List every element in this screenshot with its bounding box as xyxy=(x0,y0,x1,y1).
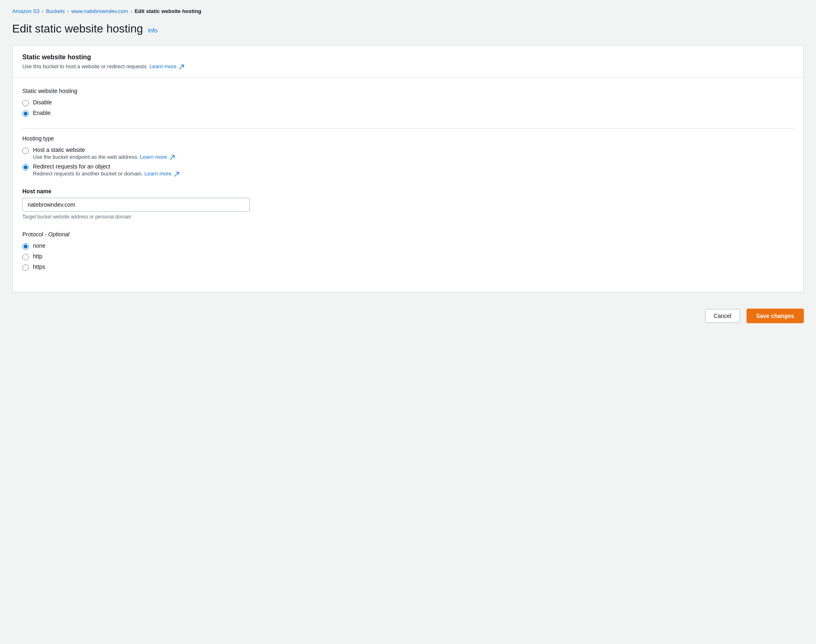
protocol-radio-group: none http https xyxy=(22,242,794,271)
host-static-learn-more[interactable]: Learn more xyxy=(140,154,167,160)
radio-item-https[interactable]: https xyxy=(22,264,794,271)
divider-1 xyxy=(22,128,794,129)
static-hosting-label: Static website hosting xyxy=(22,88,794,94)
radio-disable-label: Disable xyxy=(33,99,52,106)
radio-https[interactable] xyxy=(22,264,29,271)
radio-host-static[interactable] xyxy=(22,147,29,154)
card-header-learn-more[interactable]: Learn more xyxy=(149,63,176,69)
host-static-sublabel: Use the bucket endpoint as the web addre… xyxy=(33,154,175,160)
breadcrumb-bucket-name[interactable]: www.natebrowndev.com xyxy=(71,8,128,14)
card-header-desc: Use this bucket to host a website or red… xyxy=(22,63,794,69)
radio-enable-label: Enable xyxy=(33,110,51,116)
main-card: Static website hosting Use this bucket t… xyxy=(12,45,804,292)
external-link-icon-3 xyxy=(174,172,179,177)
hosting-type-label: Hosting type xyxy=(22,135,794,142)
breadcrumb: Amazon S3 › Buckets › www.natebrowndev.c… xyxy=(12,8,804,14)
redirect-label-wrapper: Redirect requests for an object Redirect… xyxy=(33,163,179,177)
static-hosting-section: Static website hosting Disable Enable xyxy=(22,88,794,117)
breadcrumb-amazon-s3[interactable]: Amazon S3 xyxy=(12,8,39,14)
card-header-title: Static website hosting xyxy=(22,54,794,61)
radio-item-enable[interactable]: Enable xyxy=(22,110,794,117)
hosting-type-section: Hosting type Host a static website Use t… xyxy=(22,135,794,177)
radio-none[interactable] xyxy=(22,243,29,250)
host-static-label: Host a static website xyxy=(33,147,175,153)
static-hosting-radio-group: Disable Enable xyxy=(22,99,794,117)
redirect-sublabel: Redirect requests to another bucket or d… xyxy=(33,171,179,177)
hosting-type-radio-group: Host a static website Use the bucket end… xyxy=(22,147,794,177)
radio-item-disable[interactable]: Disable xyxy=(22,99,794,106)
breadcrumb-current: Edit static website hosting xyxy=(134,8,201,14)
radio-disable[interactable] xyxy=(22,100,29,106)
radio-https-label: https xyxy=(33,264,45,270)
radio-item-host-static[interactable]: Host a static website Use the bucket end… xyxy=(22,147,794,160)
breadcrumb-separator-3: › xyxy=(130,9,132,14)
host-name-hint: Target bucket website address or persona… xyxy=(22,214,794,220)
footer: Cancel Save changes xyxy=(12,300,804,331)
redirect-learn-more[interactable]: Learn more xyxy=(145,171,171,177)
breadcrumb-buckets[interactable]: Buckets xyxy=(46,8,65,14)
radio-http[interactable] xyxy=(22,254,29,260)
protocol-section: Protocol - Optional none http https xyxy=(22,231,794,271)
save-changes-button[interactable]: Save changes xyxy=(747,309,804,323)
page-title-row: Edit static website hosting Info xyxy=(12,22,804,35)
radio-http-label: http xyxy=(33,253,42,259)
radio-none-label: none xyxy=(33,242,45,249)
radio-redirect[interactable] xyxy=(22,164,29,171)
host-name-section: Host name Target bucket website address … xyxy=(22,188,794,220)
external-link-icon-2 xyxy=(170,155,175,160)
host-static-label-wrapper: Host a static website Use the bucket end… xyxy=(33,147,175,160)
card-header-desc-text: Use this bucket to host a website or red… xyxy=(22,63,148,69)
card-header: Static website hosting Use this bucket t… xyxy=(13,45,803,78)
breadcrumb-separator-1: › xyxy=(42,9,43,14)
card-body: Static website hosting Disable Enable Ho… xyxy=(13,78,803,292)
host-name-input[interactable] xyxy=(22,198,250,212)
redirect-label: Redirect requests for an object xyxy=(33,163,179,170)
breadcrumb-separator-2: › xyxy=(67,9,69,14)
external-link-icon xyxy=(179,65,184,69)
radio-item-none[interactable]: none xyxy=(22,242,794,250)
radio-item-http[interactable]: http xyxy=(22,253,794,260)
cancel-button[interactable]: Cancel xyxy=(705,309,740,323)
protocol-label: Protocol - Optional xyxy=(22,231,794,238)
info-link[interactable]: Info xyxy=(148,27,157,34)
host-name-label: Host name xyxy=(22,188,794,194)
radio-enable[interactable] xyxy=(22,110,29,117)
page-title: Edit static website hosting xyxy=(12,22,143,35)
radio-item-redirect[interactable]: Redirect requests for an object Redirect… xyxy=(22,163,794,177)
